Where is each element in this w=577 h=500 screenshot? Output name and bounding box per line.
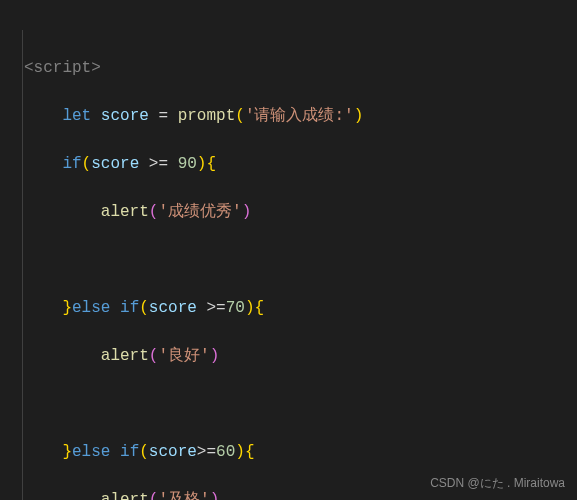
code-line: }else if(score>=60){ — [24, 440, 577, 464]
code-line: <script> — [24, 56, 577, 80]
code-line: alert('成绩优秀') — [24, 200, 577, 224]
code-line: if(score >= 90){ — [24, 152, 577, 176]
code-block: <script> let score = prompt('请输入成绩:') if… — [0, 0, 577, 500]
code-line: let score = prompt('请输入成绩:') — [24, 104, 577, 128]
code-line: alert('良好') — [24, 344, 577, 368]
code-line: }else if(score >=70){ — [24, 296, 577, 320]
code-line — [24, 248, 577, 272]
code-line — [24, 392, 577, 416]
watermark-text: CSDN @にた . Miraitowa — [430, 474, 565, 492]
